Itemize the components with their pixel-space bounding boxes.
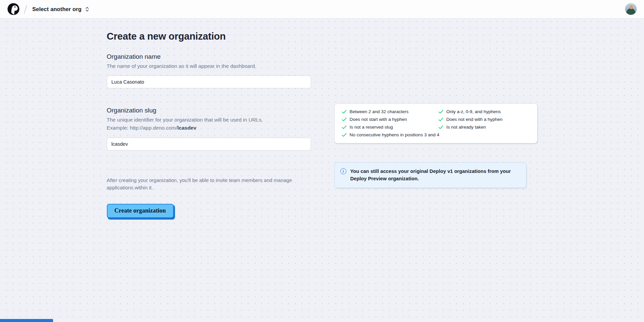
sidebar-panels: Between 2 and 32 characters Only a-z, 0-… (334, 103, 538, 218)
validation-rule-label: Between 2 and 32 characters (350, 109, 409, 114)
validation-rule-label: Does not start with a hyphen (350, 117, 407, 122)
chevron-updown-icon (85, 6, 89, 12)
org-slug-example-prefix: Example: http://app.deno.com/ (107, 125, 177, 131)
org-slug-example: Example: http://app.deno.com/lcasdev (107, 125, 311, 131)
check-icon (342, 118, 347, 122)
check-icon (438, 110, 443, 114)
check-icon (342, 110, 347, 114)
validation-rule-label: No consecutive hyphens in positions 3 an… (350, 132, 439, 137)
validation-rule: Does not end with a hyphen (438, 117, 530, 122)
org-switcher-button[interactable]: Select another org (32, 6, 89, 12)
validation-rule-label: Is not already taken (446, 125, 486, 130)
validation-rule: Between 2 and 32 characters (342, 109, 438, 114)
topbar: Select another org (0, 0, 644, 18)
validation-rule: No consecutive hyphens in positions 3 an… (342, 132, 530, 137)
org-switcher-label: Select another org (32, 6, 82, 12)
create-org-form: Create a new organization Organization n… (107, 31, 311, 218)
validation-rule: Is not already taken (438, 125, 530, 130)
org-slug-example-slug: lcasdev (177, 125, 197, 131)
org-slug-section: Organization slug The unique identifier … (107, 107, 311, 150)
validation-rule-label: Only a-z, 0-9, and hyphens (446, 109, 501, 114)
deploy-v1-info-notice: i You can still access your original Dep… (334, 163, 526, 188)
check-icon (342, 125, 347, 129)
main-content: Create a new organization Organization n… (107, 18, 538, 218)
breadcrumb-divider (24, 5, 27, 13)
check-icon (438, 118, 443, 122)
user-avatar[interactable] (625, 3, 637, 15)
org-name-label: Organization name (107, 53, 311, 60)
org-name-description: The name of your organization as it will… (107, 62, 311, 70)
check-icon (438, 125, 443, 129)
org-name-input[interactable] (107, 76, 311, 88)
create-organization-button[interactable]: Create organization (107, 204, 174, 218)
org-slug-input[interactable] (107, 138, 311, 150)
slug-validation-grid: Between 2 and 32 characters Only a-z, 0-… (342, 109, 530, 137)
validation-rule-label: Does not end with a hyphen (446, 117, 503, 122)
validation-rule-label: Is not a reserved slug (350, 125, 393, 130)
deno-logo-icon (7, 3, 20, 15)
page-title: Create a new organization (107, 31, 311, 42)
topbar-left: Select another org (7, 3, 89, 15)
org-slug-description: The unique identifier for your organizat… (107, 116, 311, 124)
org-name-section: Organization name The name of your organ… (107, 53, 311, 88)
validation-rule: Is not a reserved slug (342, 125, 438, 130)
validation-rule: Does not start with a hyphen (342, 117, 438, 122)
org-slug-label: Organization slug (107, 107, 311, 114)
form-footnote: After creating your organization, you'll… (107, 177, 306, 192)
slug-validation-card: Between 2 and 32 characters Only a-z, 0-… (334, 103, 538, 143)
info-notice-text: You can still access your original Deplo… (350, 168, 520, 183)
info-icon: i (340, 168, 346, 174)
validation-rule: Only a-z, 0-9, and hyphens (438, 109, 530, 114)
deno-logo[interactable] (7, 3, 20, 15)
section-divider (107, 169, 311, 170)
bottom-progress-bar (0, 319, 53, 322)
check-icon (342, 133, 347, 137)
